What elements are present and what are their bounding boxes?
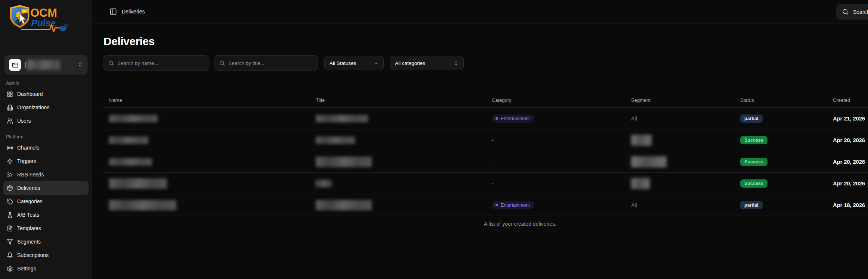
sidebar-item-label: Organizations bbox=[17, 104, 49, 110]
brand-logo: OCM Pulse bbox=[0, 0, 92, 34]
sidebar-item-users[interactable]: Users bbox=[3, 114, 89, 128]
redacted-title bbox=[316, 200, 372, 210]
tag-icon bbox=[7, 198, 13, 205]
redacted-segment bbox=[631, 156, 667, 167]
search-by-name-field[interactable] bbox=[104, 55, 208, 71]
grid-icon bbox=[7, 91, 13, 97]
app-window-icon bbox=[9, 59, 21, 71]
sidebar-item-label: Users bbox=[17, 118, 31, 124]
created-date: Apr 20, 2026 bbox=[833, 137, 865, 143]
package-icon bbox=[7, 185, 13, 191]
category-badge-label: Entertainment bbox=[501, 203, 530, 208]
zap-icon bbox=[7, 158, 13, 164]
page-title: Deliveries bbox=[104, 35, 868, 48]
radio-icon bbox=[7, 145, 13, 151]
redacted-name bbox=[109, 200, 176, 210]
sidebar-item-rss-feeds[interactable]: RSS Feeds bbox=[3, 168, 89, 181]
created-date: Apr 20, 2026 bbox=[833, 159, 865, 165]
segment-value: All bbox=[631, 202, 637, 208]
chevrons-up-down-icon bbox=[454, 61, 458, 66]
sidebar-toggle-icon[interactable] bbox=[109, 8, 117, 15]
sidebar-item-a-b-tests[interactable]: A/B Tests bbox=[3, 208, 89, 222]
sidebar-item-label: Categories bbox=[17, 198, 43, 204]
status-filter-value: All Statuses bbox=[330, 60, 356, 66]
sidebar-item-organizations[interactable]: Organizations bbox=[3, 101, 89, 114]
gear-icon bbox=[7, 266, 13, 272]
search-by-name-input[interactable] bbox=[117, 60, 204, 66]
delivery-row[interactable]: EntertainmentAllpartialApr 21, 2026 bbox=[104, 108, 868, 129]
status-filter-dropdown[interactable]: All Statuses bbox=[324, 56, 384, 70]
search-by-title-field[interactable] bbox=[214, 55, 318, 71]
flask-icon bbox=[7, 212, 13, 218]
sidebar-section-label-platform: Platform bbox=[6, 134, 92, 140]
category-filter-value: All categories bbox=[395, 60, 425, 66]
workspace-name-redacted bbox=[25, 60, 74, 70]
created-date: Apr 18, 2026 bbox=[833, 202, 865, 208]
column-header-status: Status bbox=[740, 97, 833, 103]
delivery-row[interactable]: EntertainmentAllpartialApr 18, 2026 bbox=[104, 194, 868, 216]
category-badge-label: Entertainment bbox=[501, 116, 530, 121]
chevrons-up-down-icon bbox=[77, 62, 83, 68]
category-empty: - bbox=[492, 159, 494, 165]
redacted-name bbox=[109, 137, 148, 144]
sidebar-item-categories[interactable]: Categories bbox=[3, 195, 89, 208]
search-by-title-input[interactable] bbox=[228, 60, 313, 66]
redacted-name bbox=[109, 158, 152, 166]
sidebar: OCM Pulse AdminDashboardOrganizationsUse… bbox=[0, 0, 92, 279]
rss-icon bbox=[7, 172, 13, 178]
sidebar-item-settings[interactable]: Settings bbox=[3, 262, 89, 275]
sidebar-item-templates[interactable]: Templates bbox=[3, 222, 89, 235]
sidebar-item-label: Channels bbox=[17, 145, 39, 151]
breadcrumb: Deliveries bbox=[122, 9, 145, 15]
sidebar-item-triggers[interactable]: Triggers bbox=[3, 154, 89, 168]
delivery-row[interactable]: -SuccessApr 20, 2026 bbox=[104, 129, 868, 151]
topbar: Deliveries Search bbox=[92, 0, 868, 23]
sidebar-item-label: Deliveries bbox=[17, 185, 40, 191]
redacted-name bbox=[109, 115, 158, 122]
main-content: Deliveries All Statuses All categories bbox=[92, 23, 868, 279]
created-date: Apr 21, 2026 bbox=[833, 115, 865, 122]
table-body: EntertainmentAllpartialApr 21, 2026-Succ… bbox=[104, 108, 868, 216]
sidebar-item-label: Subscriptions bbox=[17, 252, 49, 258]
table-caption: A list of your created deliveries. bbox=[104, 221, 868, 227]
category-dot-icon bbox=[495, 204, 498, 206]
funnel-icon bbox=[7, 239, 13, 245]
column-header-created: Created bbox=[833, 97, 868, 103]
building-icon bbox=[7, 104, 13, 111]
redacted-segment bbox=[631, 135, 652, 146]
status-badge: partial bbox=[740, 201, 763, 209]
status-badge: Success bbox=[740, 179, 767, 188]
sidebar-item-deliveries[interactable]: Deliveries bbox=[3, 181, 89, 195]
sidebar-item-channels[interactable]: Channels bbox=[3, 141, 89, 154]
redacted-title bbox=[316, 115, 368, 122]
sidebar-item-segments[interactable]: Segments bbox=[3, 235, 89, 248]
users-icon bbox=[7, 118, 13, 124]
category-filter-select[interactable]: All categories bbox=[390, 56, 464, 70]
redacted-segment bbox=[631, 178, 650, 189]
table-caption-wrap: A list of your created deliveries. bbox=[104, 221, 868, 227]
redacted-title bbox=[316, 137, 355, 144]
sidebar-item-label: A/B Tests bbox=[17, 212, 39, 218]
search-button[interactable]: Search bbox=[836, 4, 868, 20]
sidebar-section-label-admin: Admin bbox=[6, 81, 92, 86]
delivery-row[interactable]: -SuccessApr 20, 2026 bbox=[104, 151, 868, 173]
category-dot-icon bbox=[495, 117, 498, 120]
delivery-row[interactable]: -SuccessApr 20, 2026 bbox=[104, 173, 868, 194]
redacted-name bbox=[109, 178, 167, 189]
filters-row: All Statuses All categories bbox=[104, 55, 868, 71]
search-button-label: Search bbox=[853, 9, 868, 15]
sidebar-item-subscriptions[interactable]: Subscriptions bbox=[3, 248, 89, 262]
redacted-title bbox=[316, 180, 331, 187]
search-icon bbox=[842, 9, 849, 15]
column-header-segment: Segment bbox=[631, 97, 740, 103]
bell-icon bbox=[7, 252, 13, 258]
category-badge: Entertainment bbox=[492, 115, 534, 123]
segment-value: All bbox=[631, 116, 637, 122]
workspace-selector[interactable] bbox=[4, 55, 87, 75]
svg-text:OCM: OCM bbox=[30, 6, 57, 19]
status-badge: Success bbox=[740, 158, 767, 166]
sidebar-item-label: Dashboard bbox=[17, 91, 43, 97]
search-icon bbox=[108, 60, 114, 66]
sidebar-item-dashboard[interactable]: Dashboard bbox=[3, 87, 89, 101]
status-badge: Success bbox=[740, 136, 767, 144]
